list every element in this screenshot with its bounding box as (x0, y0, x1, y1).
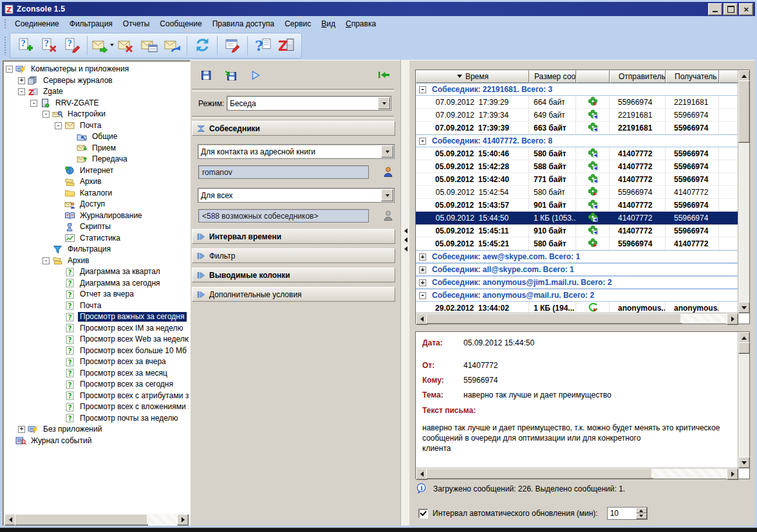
detail-horizontal-scrollbar[interactable] (416, 468, 738, 479)
tree-item[interactable]: ?Диаграмма за сегодня (5, 278, 189, 289)
tree-item-label[interactable]: Прием (90, 143, 118, 153)
message-row[interactable]: 05.09.2012 15:42:40771 байт4140777255966… (416, 173, 738, 186)
about-zgate-button[interactable]: Z (274, 35, 297, 57)
contact2-filter-combobox[interactable]: Для всех (198, 188, 395, 203)
column-header-Отправитель[interactable]: Отправитель (610, 70, 666, 83)
scrollbar-track[interactable] (680, 313, 728, 323)
message-row[interactable]: 05.09.2012 15:40:46580 байт4140777255966… (416, 147, 738, 160)
menu-item-отчеты[interactable]: Отчеты (118, 17, 154, 30)
menu-item-вид[interactable]: Вид (316, 17, 341, 30)
tree-item[interactable]: Архив (5, 176, 189, 188)
menu-item-сообщение[interactable]: Сообщение (154, 17, 207, 30)
table-horizontal-scrollbar[interactable] (416, 313, 738, 324)
tree-item-label[interactable]: Архив (78, 177, 104, 187)
message-row[interactable]: 05.09.2012 15:42:54580 байт5596697441407… (416, 186, 738, 199)
tree-item[interactable]: ?Просмотр всех Web за неделю (5, 334, 189, 345)
tree-item-label[interactable]: Просмотр почты за неделю (78, 414, 180, 423)
tree-item[interactable]: ?Просмотр почты за неделю (5, 413, 189, 425)
tree-item-label[interactable]: Просмотр всех IM за неделю (78, 324, 185, 333)
scrollbar-thumb[interactable] (738, 342, 750, 354)
collapse-box[interactable]: - (6, 66, 13, 73)
message-row[interactable]: 07.09.2012 17:39:29664 байт5596697422191… (416, 96, 738, 109)
collapse-box[interactable]: - (419, 292, 426, 299)
section-filter[interactable]: Фильтр (192, 248, 395, 263)
detail-vertical-scrollbar[interactable] (738, 332, 749, 468)
tree-item[interactable]: -ZZgate (5, 86, 189, 98)
message-row[interactable]: 05.09.2012 15:45:21580 байт5596697441407… (416, 237, 738, 250)
scroll-right-button[interactable] (727, 313, 738, 325)
tree-item[interactable]: Каталоги (5, 188, 189, 199)
tree-item[interactable]: Журналирование (5, 210, 189, 222)
message-row[interactable]: 05.09.2012 15:45:11910 байт4140777255966… (416, 225, 738, 237)
collapse-box[interactable]: - (42, 111, 50, 118)
tree-item[interactable]: Статистика (5, 233, 189, 244)
tree-item-label[interactable]: Архив (66, 256, 91, 266)
spin-down-button[interactable] (636, 513, 647, 519)
column-header-icon[interactable] (576, 70, 610, 83)
group-row[interactable]: +Собеседник: all@skype.com. Всего: 1 (416, 263, 738, 276)
menu-grip[interactable] (4, 19, 6, 29)
tree-item-label[interactable]: Почта (78, 121, 103, 131)
menu-item-соединение[interactable]: Соединение (10, 17, 64, 30)
menu-item-сервис[interactable]: Сервис (279, 17, 316, 30)
scrollbar-track[interactable] (651, 468, 728, 478)
help-button[interactable]: ? (251, 35, 274, 57)
tree-item[interactable]: Фильтрация (5, 244, 189, 255)
tree-item[interactable]: -RRV-ZGATE (5, 98, 189, 109)
scrollbar-track[interactable] (147, 514, 178, 524)
tree-item-label[interactable]: Без приложений (41, 425, 104, 434)
message-row[interactable]: 07.09.2012 17:39:34649 байт2219168155966… (416, 109, 738, 122)
tree-item[interactable]: Передача (5, 154, 189, 165)
tree-item[interactable]: +Серверы журналов (5, 75, 189, 87)
contact1-input[interactable]: romanov (198, 165, 369, 179)
expand-box[interactable]: + (419, 279, 426, 286)
tree-item-label[interactable]: Фильтрация (66, 244, 113, 254)
toolbar-grip[interactable] (4, 36, 6, 55)
tree-item-label[interactable]: Просмотр всех за вчера (78, 357, 168, 367)
tree-item[interactable]: ?Просмотр всех за месяц (5, 368, 189, 380)
message-properties-button[interactable] (137, 35, 160, 57)
save-button[interactable] (200, 69, 214, 82)
tree-item[interactable]: ?Просмотр всех с атрибутами за (5, 390, 189, 402)
run-query-button[interactable] (248, 69, 263, 82)
message-row[interactable]: 05.09.2012 15:43:57901 байт4140777255966… (416, 199, 738, 212)
tree-item[interactable]: Прием (5, 143, 189, 154)
menu-item-фильтрация[interactable]: Фильтрация (64, 17, 118, 30)
minimize-button[interactable] (708, 3, 722, 15)
tree-item-label[interactable]: Просмотр всех за сегодня (78, 380, 175, 389)
tree-item[interactable]: +Без приложений (5, 424, 189, 436)
menu-item-справка[interactable]: Справка (341, 17, 381, 30)
edit-query-button[interactable]: ? (61, 35, 84, 57)
tree-item[interactable]: ?Диаграмма за квартал (5, 266, 189, 278)
refresh-interval-value[interactable]: 10 (608, 508, 636, 519)
expand-box[interactable]: + (419, 253, 426, 261)
tree-item-label[interactable]: Отчет за вчера (78, 289, 136, 299)
collapse-box[interactable]: - (42, 257, 50, 264)
tree-item[interactable]: -Почта (5, 120, 189, 132)
collapse-box[interactable]: - (30, 100, 37, 107)
scroll-down-button[interactable] (738, 302, 750, 313)
save-as-button[interactable] (224, 69, 238, 82)
tree-item[interactable]: ?Просмотр всех больше 10 Мб (5, 345, 189, 357)
tree-item-label[interactable]: Общие (90, 132, 119, 142)
scroll-down-button[interactable] (738, 457, 750, 468)
tree-item[interactable]: -Архив (5, 255, 189, 267)
message-row[interactable]: 05.09.2012 15:42:28588 байт4140777255966… (416, 160, 738, 173)
tree-item-label[interactable]: Просмотр всех с атрибутами за (78, 391, 189, 401)
scrollbar-thumb[interactable] (426, 468, 653, 479)
tree-item-label[interactable]: Диаграмма за квартал (78, 267, 162, 277)
tree-item-label[interactable]: Интернет (78, 166, 115, 176)
tree-item[interactable]: ?Почта (5, 300, 189, 312)
delete-message-button[interactable] (114, 35, 137, 57)
close-button[interactable]: × (739, 3, 753, 15)
collapse-box[interactable]: - (18, 88, 25, 95)
delete-query-button[interactable]: ? (37, 35, 61, 57)
dropdown-arrow-icon[interactable] (381, 145, 393, 158)
collapse-box[interactable]: - (55, 122, 62, 129)
refresh-interval-spinner[interactable]: 10 (607, 507, 648, 520)
tree-item[interactable]: Общие (5, 131, 189, 143)
section-output-columns[interactable]: Выводимые колонки (192, 268, 395, 282)
tree-item-label[interactable]: Просмотр всех Web за неделю (78, 335, 189, 344)
expand-box[interactable]: + (18, 426, 25, 433)
scrollbar-thumb[interactable] (15, 514, 148, 526)
